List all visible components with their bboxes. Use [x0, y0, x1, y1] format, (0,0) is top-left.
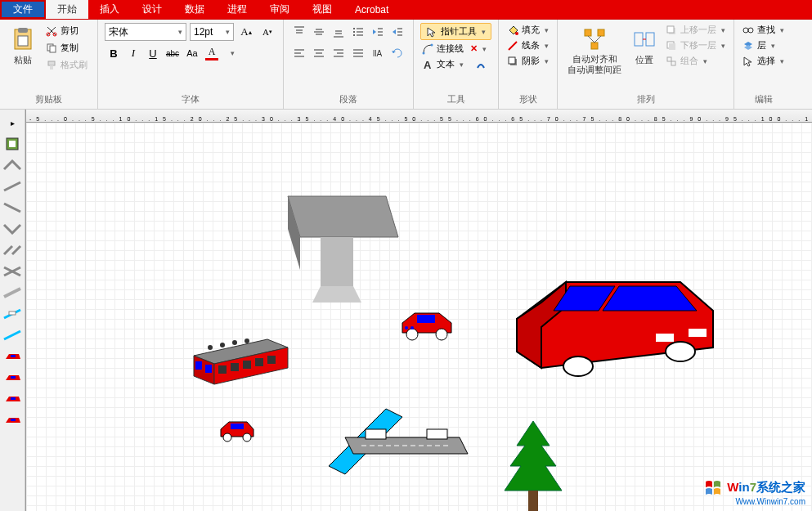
shape-car-2[interactable]	[0, 368, 25, 388]
paste-button[interactable]: 粘贴	[7, 23, 39, 92]
align-left-button[interactable]	[290, 44, 308, 62]
svg-point-91	[406, 329, 418, 340]
font-color-drop[interactable]: ▾	[222, 44, 240, 62]
shape-road-4[interactable]	[0, 219, 25, 239]
shape-car-4[interactable]	[0, 410, 25, 430]
tab-acrobat[interactable]: Acrobat	[343, 0, 400, 19]
underline-button[interactable]: U	[144, 44, 162, 62]
shape-road-2[interactable]	[0, 177, 25, 196]
ink-icon[interactable]	[475, 59, 487, 70]
group-button[interactable]: 组合▾	[664, 54, 727, 68]
auto-align-button[interactable]: 自动对齐和 自动调整间距	[564, 23, 625, 92]
tab-design[interactable]: 设计	[131, 0, 173, 19]
layer-button[interactable]: 层▾	[741, 38, 786, 52]
svg-rect-8	[50, 65, 53, 69]
select-button[interactable]: 选择▾	[741, 54, 786, 68]
shape-road-1[interactable]	[0, 155, 25, 175]
strike-button[interactable]: abc	[164, 44, 182, 62]
send-backward-button[interactable]: 下移一层▾	[664, 38, 727, 52]
shape-road-6[interactable]	[0, 283, 25, 303]
align-right-button[interactable]	[330, 44, 348, 62]
align-bottom-button[interactable]	[330, 23, 348, 41]
svg-rect-103	[427, 429, 447, 439]
shape-small-car-1[interactable]	[394, 307, 460, 347]
shape-billboard[interactable]	[271, 188, 402, 311]
group-arrange: 自动对齐和 自动调整间距 位置 上移一层▾ 下移一层▾ 组合▾ 排列	[558, 20, 734, 109]
svg-rect-97	[656, 334, 674, 342]
shape-bridge[interactable]	[0, 304, 25, 324]
windows-logo-icon	[704, 479, 722, 497]
svg-point-94	[410, 326, 414, 329]
case-button[interactable]: Aa	[183, 44, 201, 62]
expand-icon[interactable]: ▸	[0, 113, 25, 132]
shape-bus[interactable]	[186, 335, 292, 392]
shape-road-5[interactable]	[0, 240, 25, 260]
align-top-button[interactable]	[290, 23, 308, 41]
align-justify-button[interactable]	[349, 44, 367, 62]
svg-rect-62	[667, 57, 671, 61]
stencil-icon[interactable]	[0, 134, 25, 154]
cut-button[interactable]: 剪切	[43, 23, 91, 38]
copy-button[interactable]: 复制	[43, 40, 91, 56]
svg-rect-99	[231, 424, 244, 429]
align-center-button[interactable]	[310, 44, 328, 62]
shadow-button[interactable]: 阴影▾	[505, 54, 550, 68]
tab-process[interactable]: 进程	[216, 0, 258, 19]
shape-tiny-car[interactable]	[214, 417, 259, 446]
svg-rect-49	[509, 57, 515, 64]
align-middle-button[interactable]	[310, 23, 328, 41]
layer-icon	[742, 40, 754, 52]
shape-cross-1[interactable]	[0, 262, 25, 281]
bring-forward-button[interactable]: 上移一层▾	[664, 23, 727, 37]
connector-button[interactable]: 连接线 ✕▾	[420, 42, 491, 56]
svg-line-69	[4, 204, 20, 212]
shape-big-car[interactable]	[492, 270, 721, 384]
bullets-button[interactable]	[349, 23, 367, 41]
tab-review[interactable]: 审阅	[258, 0, 301, 19]
shape-river[interactable]	[0, 325, 25, 345]
shape-bridge-crossing[interactable]	[321, 392, 484, 491]
fill-button[interactable]: 填充▾	[505, 23, 550, 37]
shape-tree[interactable]	[492, 417, 574, 511]
italic-button[interactable]: I	[124, 44, 142, 62]
svg-point-101	[243, 433, 251, 442]
bold-button[interactable]: B	[105, 44, 123, 62]
tab-insert[interactable]: 插入	[88, 0, 131, 19]
shape-car-1[interactable]	[0, 347, 25, 366]
svg-rect-105	[528, 491, 538, 511]
pointer-tool-button[interactable]: 指针工具▾	[420, 23, 491, 40]
drawing-canvas[interactable]	[26, 123, 812, 511]
svg-rect-77	[11, 376, 16, 379]
pointer-icon	[426, 26, 437, 38]
tab-file[interactable]: 文件	[0, 0, 46, 19]
svg-line-72	[4, 289, 20, 297]
position-button[interactable]: 位置	[628, 23, 661, 92]
format-painter-button[interactable]: 格式刷	[43, 57, 91, 73]
tab-data[interactable]: 数据	[173, 0, 216, 19]
shrink-font-button[interactable]: A▾	[258, 23, 276, 41]
tab-view[interactable]: 视图	[301, 0, 343, 19]
svg-rect-89	[255, 358, 263, 366]
ribbon: 粘贴 剪切 复制 格式刷 剪贴板 宋体▾ 12pt▾ A▴ A▾ B I U a…	[0, 20, 812, 110]
find-button[interactable]: 查找▾	[741, 23, 786, 37]
shape-car-3[interactable]	[0, 389, 25, 409]
group-title: 段落	[290, 92, 406, 107]
text-tool-button[interactable]: A 文本▾	[420, 57, 491, 71]
shape-road-3[interactable]	[0, 198, 25, 217]
svg-point-95	[563, 356, 593, 376]
line-button[interactable]: 线条▾	[505, 38, 550, 52]
rotate-text-button[interactable]	[388, 44, 406, 62]
svg-point-82	[232, 340, 237, 345]
group-title: 工具	[420, 92, 491, 107]
tab-start[interactable]: 开始	[46, 0, 88, 19]
group-font: 宋体▾ 12pt▾ A▴ A▾ B I U abc Aa A ▾ 字体	[98, 20, 284, 109]
indent-inc-button[interactable]	[388, 23, 406, 41]
svg-rect-63	[671, 61, 675, 65]
grow-font-button[interactable]: A▴	[237, 23, 255, 41]
text-direction-button[interactable]: llA	[369, 44, 387, 62]
indent-dec-button[interactable]	[369, 23, 387, 41]
align-label: 自动对齐和 自动调整间距	[568, 54, 621, 75]
font-name-combo[interactable]: 宋体▾	[105, 23, 186, 41]
font-size-combo[interactable]: 12pt▾	[190, 23, 234, 41]
font-color-button[interactable]: A	[203, 44, 221, 62]
